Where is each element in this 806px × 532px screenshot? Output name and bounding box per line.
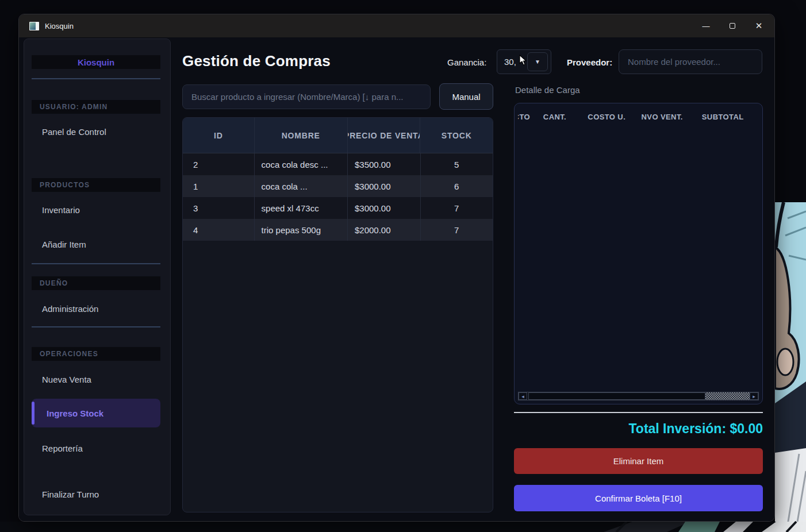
sidebar-item-reporteria[interactable]: Reportería bbox=[42, 442, 83, 454]
section-header-operaciones: OPERACIONES bbox=[32, 347, 160, 361]
maximize-button[interactable] bbox=[719, 14, 746, 37]
sidebar: Kiosquin USUARIO: ADMIN Panel de Control… bbox=[24, 38, 171, 515]
detail-table-header: PRODUCTO CANT. COSTO U. NVO VENT. SUBTOT… bbox=[515, 103, 762, 130]
sidebar-item-finalizar-turno[interactable]: Finalizar Turno bbox=[42, 488, 99, 500]
cell-stock: 6 bbox=[420, 175, 493, 197]
section-header-dueno: DUEÑO bbox=[32, 276, 160, 290]
cell-precio: $2000.00 bbox=[347, 219, 420, 241]
total-value: $0.00 bbox=[730, 421, 763, 436]
col-header-stock: STOCK bbox=[420, 118, 493, 153]
brand-logo: Kiosquin bbox=[32, 55, 160, 69]
app-icon bbox=[29, 22, 39, 30]
sidebar-divider bbox=[32, 326, 160, 327]
col-header-id: ID bbox=[183, 118, 254, 153]
mouse-cursor-icon bbox=[519, 55, 528, 66]
total-divider bbox=[514, 412, 763, 413]
sidebar-item-panel-de-control[interactable]: Panel de Control bbox=[42, 125, 106, 138]
col-header-nombre: NOMBRE bbox=[254, 118, 347, 153]
scrollbar-thumb[interactable] bbox=[528, 392, 705, 400]
products-table-header: ID NOMBRE PRECIO DE VENTA STOCK bbox=[183, 118, 493, 153]
desktop: Kiosquin — ✕ Kiosquin USUARIO: ADMIN Pan… bbox=[0, 0, 806, 532]
cell-nombre: coca cola ... bbox=[254, 175, 347, 197]
detail-table: PRODUCTO CANT. COSTO U. NVO VENT. SUBTOT… bbox=[514, 103, 763, 404]
section-header-usuario: USUARIO: ADMIN bbox=[32, 100, 160, 114]
eliminar-item-button[interactable]: Eliminar Item bbox=[514, 448, 763, 474]
total-inversion: Total Inversión: $0.00 bbox=[514, 421, 763, 437]
ganancia-value: 30, bbox=[504, 50, 516, 73]
minimize-button[interactable]: — bbox=[693, 14, 719, 37]
chevron-down-icon[interactable]: ▼ bbox=[527, 52, 548, 71]
sidebar-divider bbox=[32, 78, 160, 79]
cell-id: 3 bbox=[183, 197, 254, 219]
col-header-nvo-vent: NVO VENT. bbox=[634, 113, 690, 121]
active-accent-bar bbox=[32, 402, 34, 425]
cell-stock: 7 bbox=[420, 197, 493, 219]
maximize-icon bbox=[730, 23, 735, 29]
cell-precio: $3000.00 bbox=[347, 197, 420, 219]
col-header-cant: CANT. bbox=[530, 113, 579, 121]
window-title: Kiosquin bbox=[45, 22, 74, 30]
ganancia-label: Ganancia: bbox=[447, 57, 486, 67]
scroll-left-icon[interactable]: ◂ bbox=[519, 392, 527, 400]
cell-nombre: trio pepas 500g bbox=[254, 219, 347, 241]
table-row[interactable]: 2 coca cola desc ... $3500.00 5 bbox=[183, 153, 493, 175]
col-header-subtotal: SUBTOTAL bbox=[690, 113, 762, 121]
manual-button[interactable]: Manual bbox=[439, 83, 493, 110]
col-header-producto: PRODUCTO bbox=[518, 113, 530, 121]
cell-id: 2 bbox=[183, 153, 254, 175]
title-bar[interactable]: Kiosquin — ✕ bbox=[19, 14, 774, 37]
products-table: ID NOMBRE PRECIO DE VENTA STOCK 2 coca c… bbox=[182, 117, 493, 512]
page-title: Gestión de Compras bbox=[182, 52, 331, 70]
table-row[interactable]: 4 trio pepas 500g $2000.00 7 bbox=[183, 219, 493, 241]
scrollbar-track[interactable] bbox=[705, 392, 750, 400]
proveedor-label: Proveedor: bbox=[567, 57, 612, 67]
cell-stock: 5 bbox=[420, 153, 493, 175]
total-label: Total Inversión: bbox=[629, 421, 727, 436]
table-row[interactable]: 1 coca cola ... $3000.00 6 bbox=[183, 175, 493, 197]
scroll-right-icon[interactable]: ▸ bbox=[750, 392, 758, 400]
cell-id: 4 bbox=[183, 219, 254, 241]
col-header-precio-de-venta: PRECIO DE VENTA bbox=[347, 118, 420, 153]
sidebar-divider bbox=[32, 263, 160, 264]
section-header-productos: PRODUCTOS bbox=[32, 178, 160, 192]
cell-precio: $3000.00 bbox=[347, 175, 420, 197]
detail-panel-title: Detalle de Carga bbox=[515, 85, 580, 95]
cell-nombre: coca cola desc ... bbox=[254, 153, 347, 175]
cell-precio: $3500.00 bbox=[347, 153, 420, 175]
cell-nombre: speed xl 473cc bbox=[254, 197, 347, 219]
col-header-costo-u: COSTO U. bbox=[579, 113, 634, 121]
table-row[interactable]: 3 speed xl 473cc $3000.00 7 bbox=[183, 197, 493, 219]
proveedor-input[interactable] bbox=[619, 49, 762, 74]
sidebar-item-nueva-venta[interactable]: Nueva Venta bbox=[42, 373, 91, 385]
sidebar-item-label: Ingreso Stock bbox=[47, 399, 103, 427]
sidebar-item-ingreso-stock[interactable]: Ingreso Stock bbox=[32, 399, 160, 427]
app-window: Kiosquin — ✕ Kiosquin USUARIO: ADMIN Pan… bbox=[18, 14, 775, 522]
sidebar-item-administracion[interactable]: Administración bbox=[42, 302, 98, 315]
search-input[interactable] bbox=[182, 84, 431, 109]
cell-stock: 7 bbox=[420, 219, 493, 241]
confirmar-boleta-button[interactable]: Confirmar Boleta [F10] bbox=[514, 485, 763, 511]
window-body: Kiosquin USUARIO: ADMIN Panel de Control… bbox=[19, 37, 774, 521]
horizontal-scrollbar[interactable]: ◂ ▸ bbox=[518, 392, 759, 400]
cell-id: 1 bbox=[183, 175, 254, 197]
sidebar-item-anadir-item[interactable]: Añadir Item bbox=[42, 238, 86, 250]
close-button[interactable]: ✕ bbox=[746, 14, 772, 37]
sidebar-item-inventario[interactable]: Inventario bbox=[42, 203, 80, 216]
